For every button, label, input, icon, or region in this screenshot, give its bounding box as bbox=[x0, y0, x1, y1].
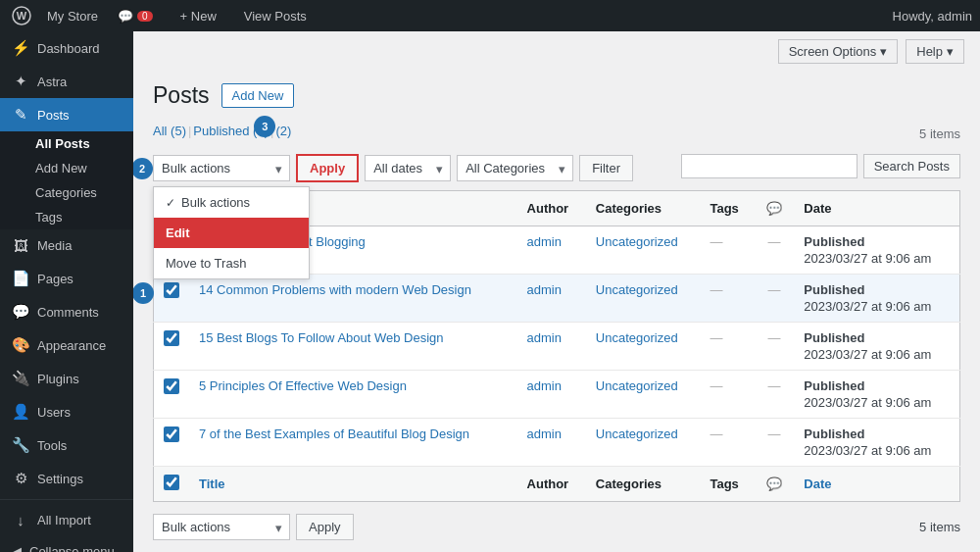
screen-options-button[interactable]: Screen Options ▾ bbox=[778, 39, 899, 64]
search-bar: Search Posts bbox=[681, 154, 960, 178]
sidebar-item-all-import[interactable]: ↓ All Import bbox=[0, 504, 133, 536]
row-cb-4 bbox=[154, 371, 190, 419]
sidebar-item-label: Posts bbox=[37, 108, 70, 123]
category-filter-select[interactable]: All Categories bbox=[457, 155, 573, 181]
apply-button-bottom[interactable]: Apply bbox=[296, 514, 354, 540]
row-comments-1: — bbox=[755, 226, 794, 275]
cat-link-5[interactable]: Uncategorized bbox=[596, 427, 678, 441]
checkmark-icon: ✓ bbox=[166, 196, 175, 210]
post-title-link-4[interactable]: 5 Principles Of Effective Web Design bbox=[199, 378, 407, 393]
astra-icon: ✦ bbox=[12, 73, 29, 90]
sidebar-item-plugins[interactable]: 🔌 Plugins bbox=[0, 362, 133, 395]
view-posts-item[interactable]: View Posts bbox=[236, 0, 315, 31]
sidebar-item-settings[interactable]: ⚙ Settings bbox=[0, 462, 133, 495]
row-title-2: 14 Common Problems with modern Web Desig… bbox=[189, 275, 517, 323]
post-title-link-3[interactable]: 15 Best Blogs To Follow About Web Design bbox=[199, 330, 444, 345]
bulk-actions-dropdown-menu: ✓ Bulk actions Edit Move to Trash bbox=[153, 186, 310, 279]
footer-comments: 💬 bbox=[755, 467, 794, 502]
row-checkbox-3[interactable] bbox=[164, 330, 179, 346]
post-title-link-2[interactable]: 14 Common Problems with modern Web Desig… bbox=[199, 282, 471, 297]
add-new-button[interactable]: Add New bbox=[221, 83, 295, 108]
main-topbar: Screen Options ▾ Help ▾ bbox=[762, 31, 980, 72]
cat-link-1[interactable]: Uncategorized bbox=[596, 234, 678, 249]
row-checkbox-5[interactable] bbox=[164, 427, 179, 442]
row-date-1: Published 2023/03/27 at 9:06 am bbox=[794, 226, 959, 275]
author-link-1[interactable]: admin bbox=[527, 234, 562, 249]
sidebar-item-media[interactable]: 🖼 Media bbox=[0, 229, 133, 262]
sidebar-item-pages[interactable]: 📄 Pages bbox=[0, 262, 133, 295]
row-author-4: admin bbox=[517, 371, 586, 419]
collapse-menu[interactable]: ◀ Collapse menu bbox=[0, 536, 133, 552]
chevron-down-icon: ▾ bbox=[880, 44, 887, 59]
apply-button-top[interactable]: Apply bbox=[296, 154, 359, 182]
new-item[interactable]: + New bbox=[172, 0, 224, 31]
help-button[interactable]: Help ▾ bbox=[906, 39, 964, 64]
search-input[interactable] bbox=[681, 154, 858, 178]
sidebar-item-users[interactable]: 👤 Users bbox=[0, 395, 133, 428]
cat-link-2[interactable]: Uncategorized bbox=[596, 282, 678, 297]
comment-count: 0 bbox=[137, 11, 153, 22]
collapse-icon: ◀ bbox=[12, 544, 22, 552]
sidebar-sub-all-posts[interactable]: All Posts bbox=[0, 131, 133, 156]
sidebar-item-appearance[interactable]: 🎨 Appearance bbox=[0, 328, 133, 362]
sidebar-sub-categories[interactable]: Categories bbox=[0, 180, 133, 205]
sidebar-item-label: Astra bbox=[37, 75, 67, 89]
dropdown-move-to-trash[interactable]: Move to Trash bbox=[154, 248, 309, 278]
step-badge-1: 1 bbox=[133, 282, 154, 304]
row-title-4: 5 Principles Of Effective Web Design bbox=[189, 371, 517, 419]
table-row: 7 of the Best Examples of Beautiful Blog… bbox=[154, 419, 960, 467]
date-filter-select[interactable]: All dates bbox=[365, 155, 451, 181]
appearance-icon: 🎨 bbox=[12, 336, 29, 354]
comments-icon: 💬 bbox=[12, 303, 29, 321]
comment-icon-item[interactable]: 💬 0 bbox=[110, 0, 161, 31]
author-link-3[interactable]: admin bbox=[527, 330, 562, 345]
sidebar-item-tools[interactable]: 🔧 Tools bbox=[0, 428, 133, 462]
row-checkbox-4[interactable] bbox=[164, 378, 179, 394]
svg-text:W: W bbox=[17, 10, 27, 22]
sidebar-item-label: All Import bbox=[37, 513, 91, 527]
row-author-1: admin bbox=[517, 226, 586, 275]
search-posts-button[interactable]: Search Posts bbox=[863, 154, 960, 178]
sidebar-item-posts[interactable]: ✎ Posts bbox=[0, 98, 133, 131]
bottom-bulk-actions-select[interactable]: Bulk actionsEditMove to Trash bbox=[153, 514, 290, 540]
store-name[interactable]: My Store bbox=[47, 9, 98, 24]
row-tags-2: — bbox=[700, 275, 754, 323]
wp-logo[interactable]: W bbox=[8, 2, 35, 29]
bulk-actions-select[interactable]: Bulk actionsEditMove to Trash bbox=[153, 155, 290, 181]
header-author: Author bbox=[517, 191, 586, 226]
bottom-bulk-dropdown-wrapper[interactable]: Bulk actionsEditMove to Trash bbox=[153, 514, 290, 540]
footer-date[interactable]: Date bbox=[794, 467, 959, 502]
row-comments-5: — bbox=[755, 419, 794, 467]
step-badge-3: 3 bbox=[254, 116, 275, 137]
sidebar-item-label: Media bbox=[37, 238, 72, 253]
author-link-2[interactable]: admin bbox=[527, 282, 562, 297]
plugins-icon: 🔌 bbox=[12, 370, 29, 387]
items-count-top: 5 items bbox=[919, 121, 960, 148]
sidebar-sub-tags[interactable]: Tags bbox=[0, 205, 133, 229]
admin-bar: W My Store 💬 0 + New View Posts Howdy, a… bbox=[0, 0, 980, 31]
header-date[interactable]: Date bbox=[794, 191, 959, 226]
cat-link-3[interactable]: Uncategorized bbox=[596, 330, 678, 345]
filter-all-link[interactable]: All (5) bbox=[153, 124, 186, 138]
footer-select-all-checkbox[interactable] bbox=[164, 475, 179, 490]
post-title-link-5[interactable]: 7 of the Best Examples of Beautiful Blog… bbox=[199, 427, 469, 441]
dropdown-bulk-actions[interactable]: ✓ Bulk actions bbox=[154, 187, 309, 218]
author-link-4[interactable]: admin bbox=[527, 378, 562, 393]
dropdown-edit[interactable]: Edit bbox=[154, 218, 309, 248]
category-select-wrapper[interactable]: All Categories bbox=[457, 155, 573, 181]
filter-button[interactable]: Filter bbox=[579, 155, 633, 181]
date-select-wrapper[interactable]: All dates bbox=[365, 155, 451, 181]
sidebar-item-dashboard[interactable]: ⚡ Dashboard bbox=[0, 31, 133, 65]
sidebar-sub-add-new[interactable]: Add New bbox=[0, 156, 133, 180]
filter-trash-link[interactable]: (2) bbox=[275, 124, 291, 138]
bulk-dropdown-wrapper[interactable]: Bulk actionsEditMove to Trash ✓ Bulk act… bbox=[153, 155, 290, 181]
row-title-3: 15 Best Blogs To Follow About Web Design bbox=[189, 323, 517, 371]
footer-title[interactable]: Title bbox=[189, 467, 517, 502]
row-checkbox-2[interactable] bbox=[164, 282, 179, 298]
sidebar-item-comments[interactable]: 💬 Comments bbox=[0, 295, 133, 328]
table-footer-row: Title Author Categories Tags 💬 Date bbox=[154, 467, 960, 502]
cat-link-4[interactable]: Uncategorized bbox=[596, 378, 678, 393]
author-link-5[interactable]: admin bbox=[527, 427, 562, 441]
sidebar-item-label: Pages bbox=[37, 272, 74, 286]
sidebar-item-astra[interactable]: ✦ Astra bbox=[0, 65, 133, 98]
